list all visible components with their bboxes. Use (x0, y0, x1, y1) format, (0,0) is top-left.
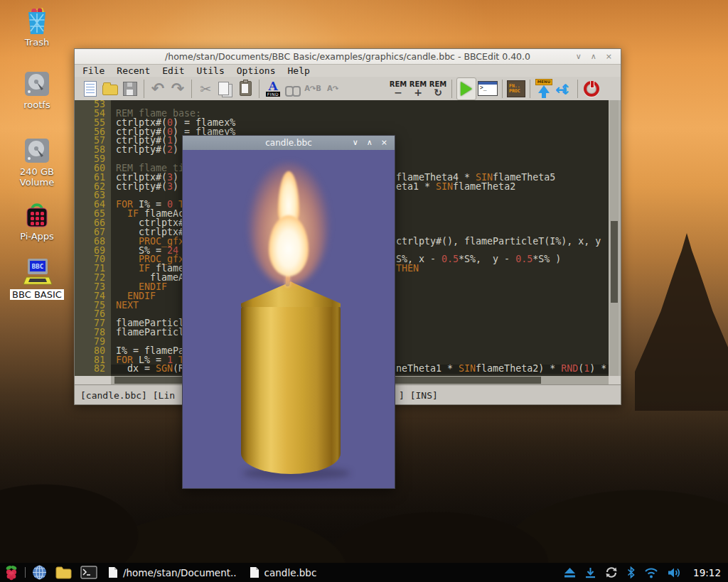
file-manager-launcher[interactable] (55, 566, 72, 579)
bluetooth-icon[interactable] (627, 566, 635, 578)
line-number: 65 (75, 210, 111, 219)
replace-button[interactable]: A↷B (304, 78, 322, 99)
system-tray: 19:12 (564, 566, 728, 578)
undo-button[interactable]: ↶ (149, 78, 167, 99)
editor-titlebar[interactable]: /home/stan/Documents/BBC Basic/examples/… (75, 49, 621, 65)
scissors-icon: ✂ (200, 81, 211, 97)
taskbar-task-bbcedit[interactable]: /home/stan/Document.. (108, 563, 237, 582)
menu-help[interactable]: Help (288, 65, 310, 76)
toolbar-separator (259, 80, 259, 98)
line-number: 77 (75, 319, 111, 328)
eject-icon[interactable] (564, 567, 576, 578)
candle-titlebar[interactable]: candle.bbc ∨ ∧ × (183, 136, 395, 150)
menu-up-button[interactable]: MENU (535, 78, 553, 99)
maximize-icon[interactable]: ∧ (591, 53, 596, 60)
maximize-icon[interactable]: ∧ (367, 139, 373, 146)
close-icon[interactable]: × (381, 139, 387, 146)
line-number: 58 (75, 146, 111, 155)
line-number: 63 (75, 191, 111, 200)
wallpaper-temple-silhouette-right (635, 233, 728, 411)
document-icon (250, 566, 259, 578)
line-number: 74 (75, 292, 111, 301)
rem-toggle-button[interactable]: REM↻ (429, 78, 447, 99)
line-number: 54 (75, 109, 111, 119)
line-number: 80 (75, 347, 111, 356)
candle-top-cone (241, 281, 341, 307)
line-number: 75 (75, 301, 111, 311)
status-mode-info: ] [INS] (399, 390, 438, 401)
quit-button[interactable] (582, 78, 601, 99)
line-number: 68 (75, 237, 111, 247)
desktop-icon-pi-apps[interactable]: Pi-Apps (5, 200, 69, 242)
menu-file[interactable]: File (82, 65, 105, 76)
move-button[interactable]: ↔↕ (555, 78, 573, 99)
menu-options[interactable]: Options (237, 65, 276, 76)
rem-remove-button[interactable]: REM− (389, 78, 407, 99)
save-file-button[interactable] (121, 78, 139, 99)
minimize-icon[interactable]: ∨ (576, 53, 582, 60)
editor-toolbar: ↶↷✂AFINDA↷BA↷REM−REM+REM↻>_FN..PROCMENU↔… (75, 77, 621, 100)
desktop-icon-volume[interactable]: 240 GB Volume (5, 136, 69, 188)
editor-window-title: /home/stan/Documents/BBC Basic/examples/… (165, 51, 530, 62)
globe-icon (32, 565, 47, 580)
redo-button[interactable]: ↷ (168, 78, 187, 99)
find-button[interactable]: AFIND (264, 78, 282, 99)
cut-button[interactable]: ✂ (196, 78, 215, 99)
line-number: 78 (75, 328, 111, 338)
copy-button[interactable] (216, 78, 235, 99)
svg-text:BBC: BBC (32, 263, 43, 270)
terminal-launcher[interactable] (80, 566, 97, 579)
replace-icon: A↷ (327, 85, 338, 92)
line-number: 61 (75, 173, 111, 183)
line-number: 73 (75, 283, 111, 292)
replace-icon: A↷B (304, 85, 321, 92)
replace-all-button[interactable]: A↷ (323, 78, 342, 99)
line-number: 71 (75, 264, 111, 274)
line-number: 69 (75, 247, 111, 256)
line-number: 56 (75, 128, 111, 137)
menu-edit[interactable]: Edit (162, 65, 184, 76)
rem-icon: REM↻ (429, 81, 446, 97)
find-next-button[interactable] (284, 78, 302, 99)
volume-icon[interactable] (668, 567, 682, 578)
menu-raspberry-button[interactable] (4, 565, 18, 581)
updater-sync-icon[interactable] (605, 566, 618, 578)
fn-proc-button[interactable]: FN..PROC (507, 78, 525, 99)
new-file-button[interactable] (81, 78, 100, 99)
line-number: 72 (75, 274, 111, 283)
close-icon[interactable]: × (606, 53, 612, 60)
rem-icon: REM− (390, 81, 407, 97)
taskbar-clock[interactable]: 19:12 (693, 567, 721, 578)
run-button[interactable] (456, 77, 476, 100)
toolbar-separator (530, 80, 530, 98)
candle-window-title: candle.bbc (265, 138, 312, 148)
toolbar-separator (577, 80, 578, 98)
desktop-icon-bbc-basic[interactable]: BBC BBC BASIC (5, 257, 69, 301)
taskbar-task-candle[interactable]: candle.bbc (250, 563, 317, 582)
download-updates-icon[interactable] (585, 567, 596, 578)
browser-launcher[interactable] (32, 565, 47, 580)
hard-disk-icon (23, 70, 51, 98)
vertical-scrollbar[interactable] (610, 100, 619, 376)
line-number: 79 (75, 338, 111, 347)
line-number: 76 (75, 310, 111, 319)
redo-icon: ↷ (171, 82, 184, 96)
wifi-icon[interactable] (644, 567, 658, 578)
undo-icon: ↶ (151, 82, 164, 96)
desktop-icon-rootfs[interactable]: rootfs (5, 70, 69, 110)
run-play-icon (461, 82, 472, 96)
paste-button[interactable] (236, 78, 255, 99)
menu-utils[interactable]: Utils (197, 65, 225, 76)
menu-recent[interactable]: Recent (117, 65, 150, 76)
new-file-icon (84, 81, 97, 97)
binoculars-icon (285, 85, 301, 95)
rem-add-button[interactable]: REM+ (409, 78, 427, 99)
vertical-scrollbar-thumb[interactable] (611, 221, 618, 303)
flame-core (269, 215, 309, 276)
desktop-icon-label: 240 GB Volume (5, 166, 69, 188)
desktop-icon-trash[interactable]: Trash (5, 6, 69, 48)
minimize-icon[interactable]: ∨ (353, 139, 358, 146)
open-folder-icon (102, 85, 118, 95)
run-terminal-button[interactable]: >_ (478, 78, 498, 99)
open-file-button[interactable] (101, 78, 119, 99)
